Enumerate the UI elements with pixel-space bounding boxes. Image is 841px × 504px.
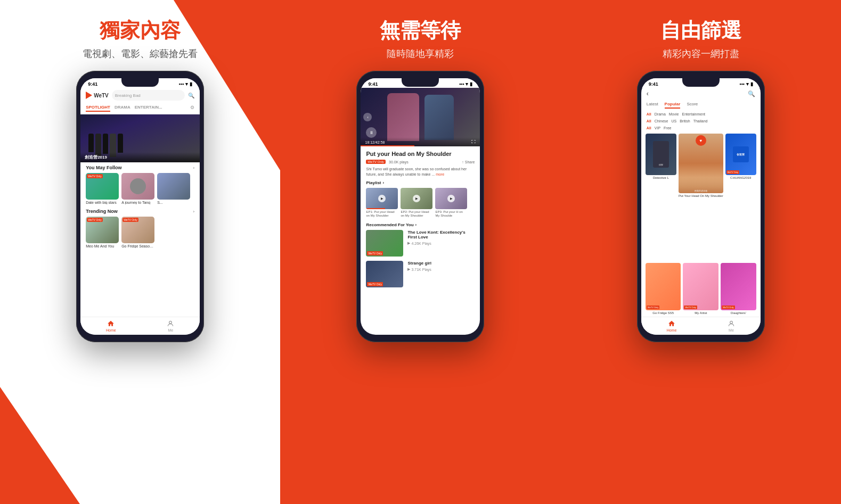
ep-3-title: EP3: Put your H on My Shoulde (435, 210, 467, 219)
rec-1-thumb: WeTV Only (366, 230, 403, 257)
rec-1-info: The Love Kont: Excellency's First Love ▶… (407, 230, 475, 257)
filter-movie[interactable]: Movie (669, 112, 679, 116)
panel-1-subtitle: 電視劇、電影、綜藝搶先看 (83, 47, 198, 60)
rec-1-title: The Love Kont: Excellency's First Love (407, 230, 475, 239)
grid-item-detective[interactable]: 侦探 Detective L (646, 134, 676, 261)
artist-title: My Artist (683, 311, 718, 315)
status-time: 9:41 (88, 81, 97, 87)
grid-item-artist[interactable]: WeTV Only My Artist (683, 263, 718, 315)
ep-card-1[interactable]: ▶ EP1: Put your Head on My Shoulder (366, 188, 398, 219)
follow-card-3[interactable]: S... (157, 173, 190, 204)
logo-text: WeTV (94, 93, 109, 98)
p2-wetv-badge: WeTV Only (366, 160, 386, 164)
tab-score[interactable]: Score (687, 102, 698, 109)
section-trending-more[interactable]: › (193, 209, 194, 214)
bottom-home-label: Home (106, 328, 116, 332)
filter-chinese[interactable]: Chinese (655, 119, 668, 123)
signal-icon: ▪▪▪ (179, 81, 184, 87)
video-prev-btn[interactable]: ‹ (363, 113, 372, 121)
share-icon: ↑ (462, 160, 464, 164)
follow-card-2-title: A journey to Tang (121, 201, 154, 204)
ep-2-title: EP2: Put your Head on My Shoulder (401, 210, 432, 219)
tab-latest[interactable]: Latest (647, 102, 658, 109)
bottom-nav-home[interactable]: Home (106, 320, 116, 332)
status-icons: ▪▪▪ ▾ ▮ (179, 81, 193, 87)
filter-free[interactable]: Free (664, 126, 671, 130)
phone-3-screen: 9:41 ▪▪▪ ▾ ▮ ‹ 🔍 Latest Popular Score (641, 78, 761, 335)
filter-us[interactable]: US (671, 119, 676, 123)
filter-british[interactable]: British (680, 119, 690, 123)
nav-entertain[interactable]: ENTERTAIN... (135, 105, 162, 112)
p1-app-header: WeTV Breaking Bad 🔍 (80, 88, 200, 103)
nav-drama[interactable]: DRAMA (115, 105, 130, 112)
p2-status-time: 9:41 (368, 81, 378, 87)
p2-signal-icon: ▪▪▪ (459, 81, 464, 87)
battery-icon: ▮ (190, 81, 192, 87)
p2-meta: WeTV Only 30.0K plays ↑ Share (366, 160, 475, 164)
ep-card-3[interactable]: ▶ EP3: Put your H on My Shoulde (435, 188, 467, 219)
filter-all-region[interactable]: All (647, 119, 651, 123)
filter-thailand[interactable]: Thailand (693, 119, 708, 123)
p3-signal-icon: ▪▪▪ (739, 81, 745, 87)
bottom-nav-me[interactable]: Me (167, 320, 174, 332)
grid-item-fridge[interactable]: WeTV Only Go Fridge SS5 (646, 263, 681, 315)
follow-card-3-title: S... (157, 201, 190, 204)
grid-item-shoulder[interactable]: ♥ 把我关进冰箱 Put Your Head On My Shoulder (679, 134, 723, 261)
ep-2-thumb: ▶ (401, 188, 432, 209)
grid-item-chuang[interactable]: 创造营 WeTV Only CHUANG2019 (725, 134, 756, 261)
rec-item-2[interactable]: WeTV Only Strange girl ▶ 3.71K Plays (366, 261, 475, 287)
p3-bottom-home[interactable]: Home (667, 320, 677, 332)
rec-item-1[interactable]: WeTV Only The Love Kont: Excellency's Fi… (366, 230, 475, 257)
trending-card-1[interactable]: WeTV Only Meo Me And You (86, 217, 119, 248)
filter-drama[interactable]: Drama (655, 112, 666, 116)
search-bar[interactable]: Breaking Bad (112, 90, 185, 101)
p2-video-player[interactable]: ‹ ⏸ 18:12/42:58 ⛶ (361, 88, 480, 146)
grid-item-daughters[interactable]: WeTV Only Daughters' (721, 263, 756, 315)
follow-card-2[interactable]: A journey to Tang (121, 173, 154, 204)
chuang-thumb: 创造营 WeTV Only (725, 134, 756, 175)
artist-thumb: WeTV Only (683, 263, 718, 310)
filter-vip[interactable]: VIP (655, 126, 660, 130)
tab-popular[interactable]: Popular (665, 102, 681, 109)
trending-card-2[interactable]: WeTV Only Go Fridge Season 2 (121, 217, 154, 248)
filter-all-access[interactable]: All (647, 126, 651, 130)
filter-row-genre: All Drama Movie Entertainment (641, 111, 761, 118)
p2-status-icons: ▪▪▪ ▾ ▮ (459, 81, 473, 87)
rec-2-badge: WeTV Only (367, 282, 382, 286)
ep-card-2[interactable]: ▶ EP2: Put your Head on My Shoulder (401, 188, 432, 219)
p2-playlist: ▶ EP1: Put your Head on My Shoulder ▶ EP… (366, 188, 475, 219)
p2-recommended-title: Recommended For You › (366, 222, 475, 227)
p3-battery-icon: ▮ (750, 81, 753, 87)
ep-1-thumb: ▶ (366, 188, 398, 209)
back-button[interactable]: ‹ (647, 90, 649, 97)
plays-icon: ▶ (407, 241, 410, 245)
svg-point-0 (169, 321, 172, 324)
p2-show-title: Put your Head on My Shoulder (366, 151, 475, 157)
p2-more-link[interactable]: more (436, 172, 444, 176)
search-icon[interactable]: 🔍 (188, 93, 194, 98)
section-follow-more[interactable]: › (193, 166, 194, 170)
rec-chevron: › (415, 222, 417, 227)
filter-all-genre[interactable]: All (647, 112, 651, 116)
p3-bottom-me[interactable]: Me (728, 320, 735, 332)
fullscreen-icon[interactable]: ⛶ (471, 139, 476, 144)
p3-search-icon[interactable]: 🔍 (748, 90, 755, 97)
follow-card-3-img (157, 173, 190, 200)
follow-card-1-img: WeTV Only (86, 173, 119, 200)
phone-2-wrapper: 9:41 ▪▪▪ ▾ ▮ ‹ ⏸ 18:12/4 (356, 71, 484, 342)
p3-content-grid-row1: 侦探 Detective L ♥ (641, 131, 761, 263)
nav-filter-icon[interactable]: ⚙ (190, 105, 194, 112)
rec-1-badge: WeTV Only (367, 251, 382, 255)
p2-video-content: Put your Head on My Shoulder WeTV Only 3… (361, 146, 480, 335)
follow-card-1[interactable]: WeTV Only Date with big stars (86, 173, 119, 204)
p2-plays: 30.0K plays (389, 160, 409, 164)
video-progress-bar[interactable] (361, 145, 414, 146)
p3-wifi-icon: ▾ (746, 81, 749, 87)
p2-share-btn[interactable]: ↑ Share (462, 160, 475, 164)
filter-entertainment[interactable]: Entertainment (682, 112, 705, 116)
fridge-title: Go Fridge SS5 (646, 311, 681, 315)
panel-exclusive: 獨家內容 電視劇、電影、綜藝搶先看 9:41 ▪▪▪ ▾ ▮ (0, 0, 280, 504)
nav-spotlight[interactable]: SPOTLIGHT (86, 105, 110, 112)
panel-2-title: 無需等待 (380, 17, 461, 44)
p3-me-label: Me (729, 328, 734, 332)
